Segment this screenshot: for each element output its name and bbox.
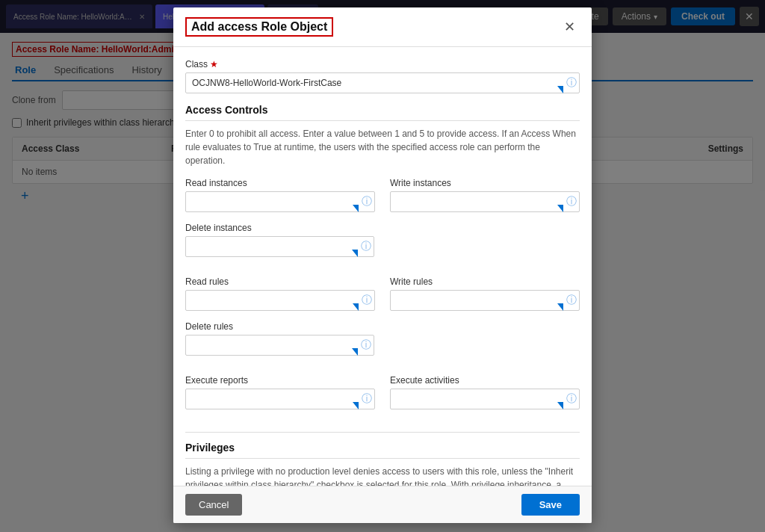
modal-overlay: Add access Role Object ✕ Class ★ ⓘ Acces…	[0, 0, 765, 532]
delete-rules-input[interactable]	[185, 335, 374, 356]
write-instances-info-icon[interactable]: ⓘ	[566, 195, 577, 208]
read-instances-label: Read instances	[185, 178, 375, 188]
execute-reports-wrapper: ⓘ	[185, 389, 375, 409]
write-instances-label: Write instances	[390, 178, 580, 188]
write-instances-group: Write instances ⓘ	[390, 178, 580, 212]
read-rules-label: Read rules	[185, 276, 375, 287]
read-instances-info-icon[interactable]: ⓘ	[362, 195, 372, 208]
delete-rules-info-icon[interactable]: ⓘ	[361, 338, 371, 352]
execute-reports-label: Execute reports	[185, 375, 375, 386]
access-row-2: Delete instances ⓘ	[185, 223, 580, 267]
class-input[interactable]	[185, 72, 580, 93]
access-row-1: Read instances ⓘ Write instances ⓘ	[185, 178, 580, 223]
write-rules-arrow	[557, 303, 563, 311]
modal-footer: Cancel Save	[173, 486, 592, 523]
read-instances-group: Read instances ⓘ	[185, 178, 375, 212]
write-instances-wrapper: ⓘ	[390, 191, 580, 212]
execute-activities-arrow	[557, 402, 563, 409]
delete-instances-info-icon[interactable]: ⓘ	[361, 240, 371, 253]
class-info-icon[interactable]: ⓘ	[566, 76, 577, 90]
access-controls-desc: Enter 0 to prohibit all access. Enter a …	[185, 127, 580, 167]
read-rules-wrapper: ⓘ	[185, 290, 375, 311]
delete-instances-group: Delete instances ⓘ	[185, 223, 374, 257]
access-row-4: Delete rules ⓘ	[185, 321, 580, 366]
delete-rules-wrapper: ⓘ	[185, 335, 374, 356]
execute-activities-wrapper: ⓘ	[390, 389, 580, 409]
class-field-group: Class ★ ⓘ	[185, 59, 580, 93]
delete-instances-wrapper: ⓘ	[185, 236, 374, 257]
class-input-wrapper: ⓘ	[185, 72, 580, 93]
write-rules-info-icon[interactable]: ⓘ	[566, 294, 577, 307]
write-instances-arrow	[557, 205, 563, 212]
modal-title: Add access Role Object	[185, 17, 333, 37]
execute-reports-group: Execute reports ⓘ	[185, 375, 375, 409]
access-row-5: Execute reports ⓘ Execute activities ⓘ	[185, 375, 580, 420]
section-divider	[185, 432, 580, 433]
write-rules-label: Write rules	[390, 276, 580, 287]
execute-activities-input[interactable]	[390, 389, 580, 409]
read-rules-info-icon[interactable]: ⓘ	[362, 294, 372, 307]
delete-rules-arrow	[352, 348, 358, 356]
read-instances-arrow	[353, 205, 359, 212]
read-rules-arrow	[353, 303, 359, 311]
execute-reports-info-icon[interactable]: ⓘ	[362, 392, 372, 406]
save-button[interactable]: Save	[521, 494, 580, 516]
delete-instances-label: Delete instances	[185, 223, 374, 233]
write-rules-input[interactable]	[390, 290, 580, 311]
read-instances-wrapper: ⓘ	[185, 191, 375, 212]
cancel-button[interactable]: Cancel	[185, 494, 242, 516]
privileges-desc: Listing a privilege with no production l…	[185, 465, 580, 486]
execute-reports-input[interactable]	[185, 389, 375, 409]
class-dropdown-arrow	[557, 86, 563, 93]
delete-rules-group: Delete rules ⓘ	[185, 321, 374, 356]
delete-rules-label: Delete rules	[185, 321, 374, 332]
privileges-title: Privileges	[185, 442, 580, 459]
modal-dialog: Add access Role Object ✕ Class ★ ⓘ Acces…	[173, 7, 592, 523]
execute-activities-group: Execute activities ⓘ	[390, 375, 580, 409]
class-field-label: Class ★	[185, 59, 580, 69]
write-instances-input[interactable]	[390, 191, 580, 212]
execute-activities-info-icon[interactable]: ⓘ	[566, 392, 577, 406]
delete-instances-input[interactable]	[185, 236, 374, 257]
required-star: ★	[210, 59, 218, 69]
access-row-3: Read rules ⓘ Write rules ⓘ	[185, 276, 580, 321]
read-rules-group: Read rules ⓘ	[185, 276, 375, 311]
execute-activities-label: Execute activities	[390, 375, 580, 386]
modal-header: Add access Role Object ✕	[173, 7, 592, 47]
delete-instances-arrow	[352, 250, 358, 257]
write-rules-group: Write rules ⓘ	[390, 276, 580, 311]
access-controls-title: Access Controls	[185, 104, 580, 121]
execute-reports-arrow	[353, 402, 359, 409]
write-rules-wrapper: ⓘ	[390, 290, 580, 311]
read-instances-input[interactable]	[185, 191, 375, 212]
modal-close-button[interactable]: ✕	[559, 16, 580, 37]
modal-body: Class ★ ⓘ Access Controls Enter 0 to pro…	[173, 47, 592, 486]
read-rules-input[interactable]	[185, 290, 375, 311]
